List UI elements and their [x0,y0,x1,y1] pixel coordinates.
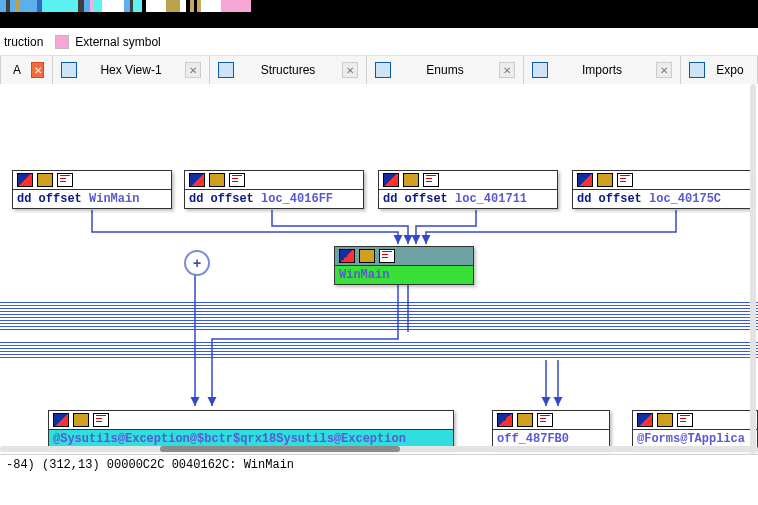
tab-structures[interactable]: Structures ✕ [210,56,367,84]
tab-close-button[interactable]: ✕ [185,62,201,78]
tab-enums[interactable]: Enums ✕ [367,56,524,84]
node-header [379,171,557,190]
status-col3: 00000C2C [107,458,165,472]
tab-close-button[interactable]: ✕ [31,62,44,78]
colorbar-segment [201,0,221,12]
node-type-icon [403,173,419,187]
node-header [493,411,609,430]
enums-icon [375,62,391,78]
node-header [49,411,453,430]
node-type-icon [677,413,693,427]
colorbar-segment [166,0,180,12]
legend-bar: truction External symbol [0,28,758,56]
graph-node[interactable]: dd offset loc_401711 [378,170,558,209]
node-header [185,171,363,190]
node-type-icon [637,413,653,427]
node-type-icon [657,413,673,427]
status-col2: (312,13) [42,458,100,472]
tab-strip: A ✕ Hex View-1 ✕ Structures ✕ Enums ✕ Im… [0,56,758,85]
tab-label: Imports [554,63,650,77]
node-body: dd offset loc_401711 [379,190,557,208]
graph-node[interactable]: off_487FB0 [492,410,610,449]
colorbar-segment [133,0,142,12]
status-col4: 0040162C: WinMain [172,458,294,472]
node-type-icon [73,413,89,427]
graph-node[interactable]: dd offset loc_4016FF [184,170,364,209]
node-body: dd offset loc_4016FF [185,190,363,208]
node-header [573,171,751,190]
node-type-icon [379,249,395,263]
tab-label: Enums [397,63,493,77]
nav-color-bar [0,0,251,12]
graph-node[interactable]: dd offset loc_40175C [572,170,752,209]
expand-group-button[interactable]: + [184,250,210,276]
edge-band [0,342,758,360]
node-type-icon [339,249,355,263]
tab-close-button[interactable]: ✕ [342,62,358,78]
node-type-icon [517,413,533,427]
tab-label: Structures [240,63,336,77]
colorbar-segment [102,0,124,12]
imports-icon [532,62,548,78]
tab-label: Hex View-1 [83,63,179,77]
node-header [633,411,757,430]
hex-view-icon [61,62,77,78]
scrollbar-thumb[interactable] [160,446,400,452]
node-type-icon [617,173,633,187]
node-type-icon [17,173,33,187]
graph-canvas[interactable]: dd offset WinMain dd offset loc_4016FF d… [0,84,758,454]
tab-close-button[interactable]: ✕ [499,62,515,78]
status-bar: -84) (312,13) 00000C2C 0040162C: WinMain [0,454,758,483]
node-type-icon [229,173,245,187]
node-header [335,247,473,266]
graph-node[interactable]: @Forms@TApplica [632,410,758,449]
vertical-scrollbar[interactable] [750,84,756,454]
node-body: dd offset WinMain [13,190,171,208]
tab-close-button[interactable]: ✕ [656,62,672,78]
node-type-icon [359,249,375,263]
tab-imports[interactable]: Imports ✕ [524,56,681,84]
node-type-icon [597,173,613,187]
node-type-icon [57,173,73,187]
node-type-icon [37,173,53,187]
node-body: WinMain [335,266,473,284]
tab-label: A [9,63,25,77]
colorbar-segment [94,0,102,12]
tab-hexview[interactable]: Hex View-1 ✕ [53,56,210,84]
legend-item-external: External symbol [75,35,160,49]
node-header [13,171,171,190]
graph-node[interactable]: @Sysutils@Exception@$bctr$qrx18Sysutils@… [48,410,454,449]
status-col1: -84) [6,458,35,472]
tab-exports[interactable]: Expo [681,56,758,84]
node-type-icon [537,413,553,427]
node-type-icon [189,173,205,187]
colorbar-segment [146,0,166,12]
node-type-icon [53,413,69,427]
node-type-icon [497,413,513,427]
top-strip [0,0,758,28]
node-type-icon [383,173,399,187]
node-type-icon [577,173,593,187]
edge-band [0,302,758,332]
tab-ida-view[interactable]: A ✕ [0,56,53,84]
graph-node-winmain[interactable]: WinMain [334,246,474,285]
structures-icon [218,62,234,78]
legend-item-partial: truction [4,35,43,49]
graph-node[interactable]: dd offset WinMain [12,170,172,209]
tab-label: Expo [711,63,749,77]
colorbar-segment [221,0,251,12]
colorbar-segment [42,0,78,12]
legend-swatch-external [55,35,69,49]
node-body: dd offset loc_40175C [573,190,751,208]
node-type-icon [423,173,439,187]
horizontal-scrollbar[interactable] [0,446,758,452]
exports-icon [689,62,705,78]
node-type-icon [209,173,225,187]
colorbar-segment [19,0,37,12]
node-type-icon [93,413,109,427]
